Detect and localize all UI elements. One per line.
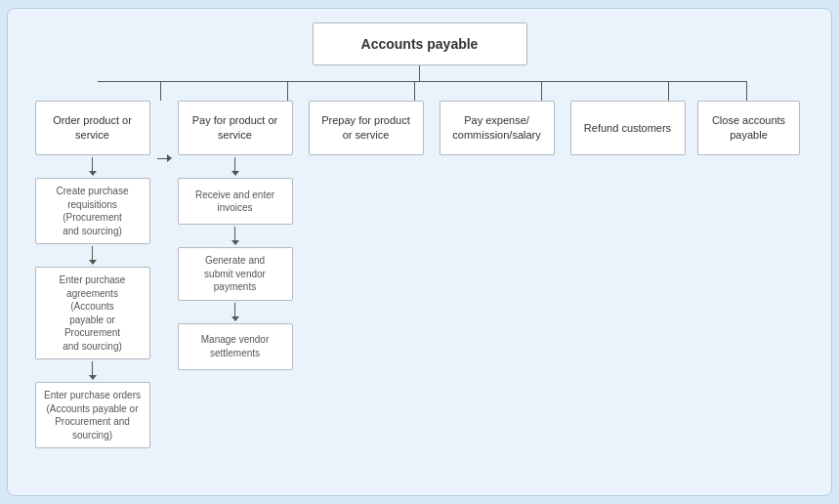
col-order: Order product or service: [35, 101, 150, 155]
root-node: Accounts payable: [313, 22, 527, 65]
diagram-container: Accounts payable Order product or servic…: [7, 8, 832, 496]
col-refund: Refund customers: [570, 101, 686, 155]
pay-sub-1: Receive and enter invoices: [178, 178, 293, 225]
order-sub-1: Create purchase requisitions (Procuremen…: [35, 178, 150, 244]
col-expense: Pay expense/ commission/salary: [440, 101, 555, 155]
order-sub-3: Enter purchase orders (Accounts payable …: [35, 382, 150, 448]
col-prepay: Prepay for product or service: [309, 101, 424, 155]
pay-sub-2: Generate and submit vendor payments: [178, 247, 293, 301]
pay-sub-3: Manage vendor settlements: [178, 323, 293, 370]
order-sub-2: Enter purchase agreements (Accounts paya…: [35, 267, 150, 359]
col-close: Close accounts payable: [697, 101, 800, 155]
col-pay: Pay for product or service: [178, 101, 293, 155]
